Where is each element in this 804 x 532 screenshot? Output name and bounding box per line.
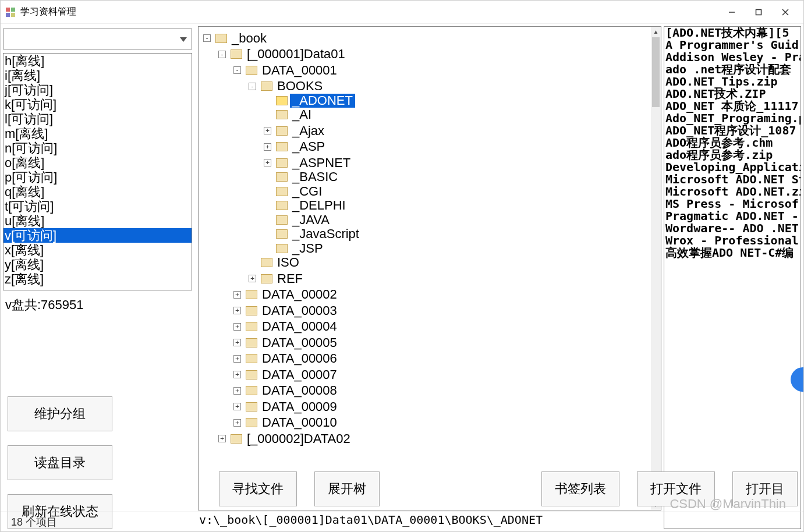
file-list-item[interactable]: 高效掌握ADO NET-C#编 (664, 247, 801, 259)
expander-icon[interactable]: - (249, 83, 256, 90)
file-list-item[interactable]: Microsoft ADO.NET.zi (664, 186, 801, 198)
maximize-button[interactable] (745, 3, 772, 21)
expander-icon[interactable]: + (249, 275, 256, 282)
tree-node[interactable]: BOOKS (275, 79, 325, 93)
minimize-button[interactable] (718, 3, 745, 21)
file-list-item[interactable]: Pragmatic ADO.NET - (664, 210, 801, 222)
open-file-button[interactable]: 打开文件 (637, 471, 715, 506)
expander-icon[interactable]: - (218, 51, 226, 58)
tree-node[interactable]: _BASIC (290, 170, 340, 184)
tree-node-selected[interactable]: _ADONET (290, 94, 355, 108)
tree-node[interactable]: [_000001]Data01 (245, 47, 348, 61)
tree-node[interactable]: _ASP (290, 140, 327, 154)
tree-node[interactable]: _JavaScript (290, 227, 362, 241)
tree-node[interactable]: [_000002]DATA02 (245, 432, 353, 446)
expander-icon[interactable]: + (233, 339, 241, 346)
drive-list-item[interactable]: l[可访问] (3, 112, 192, 126)
file-list-item[interactable]: ADO_NET 本质论_11117 (664, 100, 801, 112)
file-list-item[interactable]: [ADO.NET技术内幕][5 (664, 27, 801, 39)
expand-tree-button[interactable]: 展开树 (314, 471, 380, 506)
expander-icon[interactable]: + (233, 323, 241, 331)
svg-rect-1 (756, 9, 762, 15)
expander-icon[interactable]: + (233, 387, 241, 395)
file-list-item[interactable]: ADO_NET程序设计_1087 (664, 125, 801, 137)
file-list-item[interactable]: A Programmer's Guid (664, 39, 801, 51)
open-dir-button[interactable]: 打开目 (732, 471, 798, 506)
tree-scrollbar[interactable]: ▲ ▼ (651, 27, 661, 510)
file-list-item[interactable]: ADO程序员参考.chm (664, 137, 801, 149)
tree-node[interactable]: _AI (290, 108, 314, 122)
file-list-item[interactable]: ADO.NET_Tips.zip (664, 76, 801, 88)
status-text: 18 个项目 (11, 515, 57, 529)
drive-list-item[interactable]: p[可访问] (3, 170, 192, 185)
drive-list-item[interactable]: u[离线] (3, 214, 192, 228)
file-list-item[interactable]: ADO.NET技术.ZIP (664, 88, 801, 100)
scroll-thumb[interactable] (652, 37, 660, 107)
expander-icon[interactable]: + (264, 159, 271, 166)
tree-node[interactable]: _Ajax (290, 124, 327, 138)
tree-node[interactable]: DATA_00008 (260, 384, 339, 398)
tree-node[interactable]: ISO (275, 256, 302, 269)
group-combobox[interactable] (3, 29, 192, 49)
expander-icon[interactable]: + (233, 291, 241, 299)
expander-icon[interactable]: + (233, 371, 241, 378)
drive-list-item[interactable]: h[离线] (3, 54, 192, 68)
tree-node[interactable]: DATA_00001 (260, 63, 339, 77)
file-list-item[interactable]: ado .net程序设计配套 (664, 63, 801, 76)
expander-icon[interactable]: + (233, 419, 241, 427)
drive-list-item[interactable]: q[离线] (3, 185, 192, 199)
tree-node[interactable]: DATA_00006 (260, 352, 339, 366)
drive-list-item[interactable]: m[离线] (3, 126, 192, 141)
folder-icon (246, 418, 257, 427)
expander-icon[interactable]: + (233, 403, 241, 410)
drive-list-item[interactable]: i[离线] (3, 68, 192, 83)
expander-icon[interactable]: + (233, 307, 241, 314)
close-button[interactable] (772, 3, 799, 21)
tree-node[interactable]: _JAVA (290, 213, 332, 227)
maintain-group-button[interactable]: 维护分组 (8, 396, 112, 431)
file-list-item[interactable]: Addison Wesley - Pra (664, 51, 801, 63)
file-listbox[interactable]: [ADO.NET技术内幕][5A Programmer's GuidAddiso… (664, 26, 801, 529)
tree-node[interactable]: _book (229, 31, 269, 45)
bookmark-list-button[interactable]: 书签列表 (541, 471, 619, 506)
expander-icon[interactable]: + (233, 355, 241, 363)
tree-node[interactable]: DATA_00005 (260, 336, 339, 350)
file-list-item[interactable]: Ado_NET_Programing.p (664, 112, 801, 125)
tree-node[interactable]: _DELPHI (290, 198, 348, 212)
expander-icon[interactable]: + (218, 435, 226, 442)
drive-list-item[interactable]: z[离线] (3, 272, 192, 286)
file-list-item[interactable]: Microsoft ADO.NET St (664, 173, 801, 186)
folder-icon (276, 172, 288, 182)
file-list-item[interactable]: Wrox - Professional (664, 235, 801, 247)
find-file-button[interactable]: 寻找文件 (219, 471, 297, 506)
file-list-item[interactable]: ado程序员参考.zip (664, 149, 801, 161)
expander-icon[interactable]: + (264, 143, 271, 151)
tree-node[interactable]: DATA_00004 (260, 320, 339, 334)
scroll-up-icon[interactable]: ▲ (651, 27, 661, 37)
drive-listbox[interactable]: h[离线]i[离线]j[可访问]k[可访问]l[可访问]m[离线]n[可访问]o… (3, 53, 192, 290)
expander-icon[interactable]: - (203, 34, 211, 42)
tree-node[interactable]: REF (275, 272, 305, 286)
drive-list-item[interactable]: n[可访问] (3, 141, 192, 155)
drive-list-item[interactable]: v[可访问] (3, 228, 192, 243)
drive-list-item[interactable]: t[可访问] (3, 199, 192, 214)
tree-view[interactable]: -_book -[_000001]Data01 -DATA_00001 (198, 26, 661, 510)
tree-node[interactable]: DATA_00003 (260, 304, 339, 318)
tree-node[interactable]: DATA_00010 (260, 416, 339, 430)
drive-list-item[interactable]: k[可访问] (3, 97, 192, 112)
drive-list-item[interactable]: j[可访问] (3, 83, 192, 97)
drive-list-item[interactable]: o[离线] (3, 155, 192, 170)
tree-node[interactable]: _CGI (290, 185, 324, 198)
tree-node[interactable]: DATA_00002 (260, 288, 339, 302)
expander-icon[interactable]: + (264, 127, 271, 134)
drive-list-item[interactable]: y[离线] (3, 257, 192, 272)
tree-node[interactable]: DATA_00009 (260, 400, 339, 414)
expander-icon[interactable]: - (233, 66, 241, 74)
tree-node[interactable]: _ASPNET (290, 156, 353, 170)
file-list-item[interactable]: Wordware-- ADO .NET (664, 222, 801, 235)
drive-list-item[interactable]: x[离线] (3, 243, 192, 257)
file-list-item[interactable]: MS Press - Microsof (664, 198, 801, 210)
file-list-item[interactable]: Developing_Applicati (664, 161, 801, 173)
tree-node[interactable]: DATA_00007 (260, 368, 339, 382)
tree-node[interactable]: _JSP (290, 242, 325, 256)
